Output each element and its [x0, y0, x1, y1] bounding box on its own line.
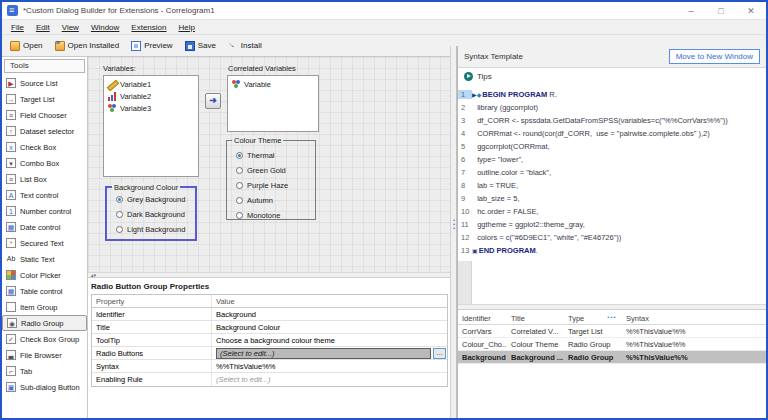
variable-item-variable3[interactable]: Variable3	[104, 102, 198, 114]
property-value[interactable]: (Select to edit...)	[216, 375, 271, 384]
tool-list-box[interactable]: ≡ List Box	[2, 171, 87, 187]
tool-file-browser[interactable]: ▄ File Browser	[2, 347, 87, 363]
tool-color-picker[interactable]: Color Picker	[2, 267, 87, 283]
toolbar-install-button[interactable]: Install	[224, 39, 266, 53]
property-value[interactable]: Background	[216, 310, 256, 319]
property-value[interactable]: Background Colour	[216, 323, 280, 332]
radio-autumn[interactable]: Autumn	[227, 193, 315, 208]
radio-buttons-edit-button[interactable]: ...	[433, 348, 446, 359]
radio-buttons-value-cell[interactable]: (Select to edit...)	[216, 348, 431, 359]
scale-measure-icon	[107, 79, 117, 89]
background-colour-group[interactable]: Background Colour Grey Background Dark B…	[105, 186, 197, 241]
tool-target-list[interactable]: → Target List	[2, 91, 87, 107]
tool-label: Number control	[20, 207, 71, 216]
tool-number-control[interactable]: 1 Number control	[2, 203, 87, 219]
radio-monotone[interactable]: Monotone	[227, 208, 315, 223]
colour-theme-group[interactable]: Colour Theme Thermal Green Gold Purple H…	[226, 140, 316, 220]
correlated-variables-target-list[interactable]: Variable	[227, 75, 319, 132]
tool-source-list[interactable]: ▶ Source List	[2, 75, 87, 91]
tools-list: ▶ Source List → Target List ≡ Field Choo…	[2, 75, 87, 395]
maximize-button[interactable]: □	[706, 3, 736, 19]
property-row-syntax[interactable]: Syntax %%ThisValue%%	[92, 360, 447, 373]
date-control-icon: ▦	[6, 222, 16, 232]
menu-window[interactable]: Window	[87, 23, 127, 32]
params-cell: Background ...	[507, 353, 564, 362]
tips-row[interactable]: Tips	[458, 68, 766, 84]
close-button[interactable]: ✕	[736, 3, 766, 19]
syntax-template-title: Syntax Template	[464, 52, 523, 61]
tool-label: Color Picker	[20, 271, 61, 280]
breakpoint-marker-icon: ◆	[477, 92, 482, 98]
toolbar-preview-button[interactable]: Preview	[127, 39, 176, 53]
menu-extension[interactable]: Extension	[127, 23, 174, 32]
property-row-enabling-rule[interactable]: Enabling Rule (Select to edit...)	[92, 373, 447, 386]
menu-help[interactable]: Help	[174, 23, 202, 32]
app-window: *Custom Dialog Builder for Extensions - …	[0, 0, 768, 420]
line-number: 5	[458, 142, 472, 151]
table-control-icon: ▦	[6, 286, 16, 296]
menu-edit[interactable]: Edit	[32, 23, 58, 32]
tool-static-text[interactable]: Ab Static Text	[2, 251, 87, 267]
params-row-corrvars[interactable]: CorrVarsCorrelated V...Target List%%This…	[458, 325, 766, 338]
tool-secured-text[interactable]: * Secured Text	[2, 235, 87, 251]
move-to-new-window-button[interactable]: Move to New Window	[669, 49, 760, 64]
window-controls: –□✕	[676, 3, 766, 19]
tool-label: Combo Box	[20, 159, 59, 168]
minimize-button[interactable]: –	[676, 3, 706, 19]
menu-file[interactable]: File	[7, 23, 32, 32]
property-row-identifier[interactable]: Identifier Background	[92, 308, 447, 321]
toolbar-save-button[interactable]: Save	[181, 39, 220, 53]
params-cell: Correlated V...	[507, 327, 564, 336]
tool-sub-dialog-button[interactable]: ▣ Sub-dialog Button	[2, 379, 87, 395]
tool-label: Check Box	[20, 143, 56, 152]
radio-thermal[interactable]: Thermal	[227, 148, 315, 163]
params-cell: Radio Group	[564, 353, 622, 362]
params-header-row: IdentifierTitleTypeSyntax	[458, 312, 766, 325]
radio-purple-haze[interactable]: Purple Haze	[227, 178, 315, 193]
code-params-splitter[interactable]: •••	[458, 304, 766, 310]
tool-dataset-selector[interactable]: ↑ Dataset selector	[2, 123, 87, 139]
toolbar-open-installed-button[interactable]: Open Installed	[51, 39, 124, 53]
property-row-title[interactable]: Title Background Colour	[92, 321, 447, 334]
tool-radio-group[interactable]: ◉ Radio Group	[2, 315, 87, 331]
params-row-colour-cho[interactable]: Colour_Cho...Colour ThemeRadio Group%%Th…	[458, 338, 766, 351]
variable-item-variable1[interactable]: Variable1	[104, 78, 198, 90]
secured-text-icon: *	[6, 238, 16, 248]
tool-tab[interactable]: ⌐ Tab	[2, 363, 87, 379]
radio-grey-background[interactable]: Grey Background	[107, 192, 195, 207]
tips-icon	[464, 72, 473, 81]
tool-combo-box[interactable]: ▾ Combo Box	[2, 155, 87, 171]
tool-field-chooser[interactable]: ≡ Field Chooser	[2, 107, 87, 123]
radio-dark-background[interactable]: Dark Background	[107, 207, 195, 222]
tool-table-control[interactable]: ▦ Table control	[2, 283, 87, 299]
radio-green-gold[interactable]: Green Gold	[227, 163, 315, 178]
tool-label: Field Chooser	[20, 111, 67, 120]
property-value[interactable]: %%ThisValue%%	[216, 362, 275, 371]
canvas-syntax-splitter[interactable]: •••	[450, 46, 457, 418]
dialog-canvas[interactable]: Variables: Variable1 Variable2 Variable3…	[88, 57, 450, 272]
tool-text-control[interactable]: A Text control	[2, 187, 87, 203]
syntax-code-editor[interactable]: 1 ▶◆BEGIN PROGRAM R. 2 library (ggcorrpl…	[458, 84, 766, 304]
property-row-radio-buttons[interactable]: Radio Buttons (Select to edit...) ...	[92, 347, 447, 360]
tool-item-group[interactable]: Item Group	[2, 299, 87, 315]
move-variable-arrow-button[interactable]: ➜	[205, 93, 221, 109]
variable-item-variable[interactable]: Variable	[228, 78, 318, 90]
property-row-tooltip[interactable]: ToolTip Choose a background colour theme	[92, 334, 447, 347]
params-column-syntax: Syntax	[622, 314, 766, 323]
value-column-header: Value	[212, 295, 447, 307]
toolbar-open-button[interactable]: Open	[6, 39, 47, 53]
property-value[interactable]: Choose a background colour theme	[216, 336, 335, 345]
tool-check-box-group[interactable]: ✓ Check Box Group	[2, 331, 87, 347]
sub-dialog-button-icon: ▣	[6, 382, 16, 392]
variable-item-variable2[interactable]: Variable2	[104, 90, 198, 102]
line-number: 9	[458, 194, 472, 203]
variables-source-list[interactable]: Variable1 Variable2 Variable3	[103, 75, 199, 177]
tool-date-control[interactable]: ▦ Date control	[2, 219, 87, 235]
radio-label: Purple Haze	[247, 181, 288, 190]
text-control-icon: A	[6, 190, 16, 200]
line-number: 8	[458, 181, 472, 190]
radio-light-background[interactable]: Light Background	[107, 222, 195, 237]
menu-view[interactable]: View	[58, 23, 87, 32]
tool-check-box[interactable]: x Check Box	[2, 139, 87, 155]
params-row-background[interactable]: BackgroundBackground ...Radio Group%%Thi…	[458, 351, 766, 364]
